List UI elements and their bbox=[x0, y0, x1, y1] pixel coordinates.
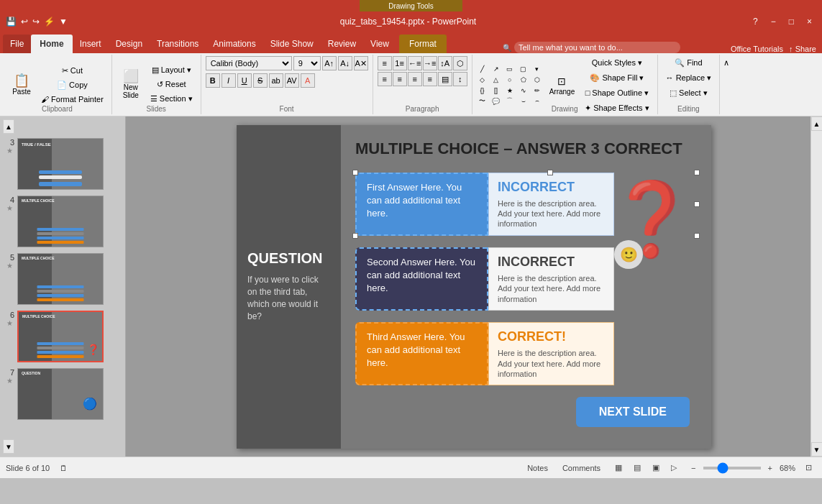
new-slide-button[interactable]: ⬜ NewSlide bbox=[117, 63, 145, 106]
next-slide-button[interactable]: NEXT SLIDE bbox=[576, 397, 690, 427]
font-name-select[interactable]: Calibri (Body) bbox=[206, 56, 292, 70]
shape-bracket[interactable]: {} bbox=[477, 86, 488, 95]
help-icon[interactable]: ? bbox=[749, 15, 762, 28]
italic-button[interactable]: I bbox=[222, 73, 236, 88]
shape-curve[interactable]: ∿ bbox=[518, 86, 529, 95]
font-size-decrease[interactable]: A↓ bbox=[338, 56, 352, 70]
shape-freeform[interactable]: ✏ bbox=[531, 86, 543, 95]
tab-design[interactable]: Design bbox=[109, 35, 150, 53]
strikethrough-button[interactable]: S bbox=[253, 73, 268, 88]
canvas-scroll-up[interactable]: ▲ bbox=[811, 116, 823, 131]
zoom-slider[interactable] bbox=[703, 467, 761, 469]
shape-circle[interactable]: ○ bbox=[504, 75, 516, 84]
maximize-btn[interactable]: □ bbox=[785, 15, 798, 28]
answer-block-3[interactable]: Third Answer Here. You can add additiona… bbox=[355, 322, 697, 385]
shape-star[interactable]: ★ bbox=[504, 86, 516, 95]
normal-view-btn[interactable]: ▦ bbox=[611, 462, 626, 474]
slide-notes-accessibility[interactable]: 🗒 bbox=[55, 462, 72, 474]
share-btn[interactable]: ↑ Share bbox=[789, 45, 816, 53]
shape-pentagon[interactable]: ⬠ bbox=[518, 75, 529, 84]
bullets-button[interactable]: ≡ bbox=[378, 56, 392, 70]
slide-thumb-4[interactable]: 4 ★ MULTIPLE CHOICE bbox=[3, 194, 122, 249]
shape-roundrect[interactable]: ▢ bbox=[518, 65, 529, 73]
slide-thumb-3[interactable]: 3 ★ TRUE / FALSE bbox=[3, 137, 122, 191]
replace-button[interactable]: ↔ Replace ▾ bbox=[662, 71, 715, 85]
tab-view[interactable]: View bbox=[363, 35, 396, 53]
shape-line[interactable]: ╱ bbox=[477, 65, 488, 73]
customize-icon[interactable]: ⚡ bbox=[44, 17, 55, 27]
minimize-btn[interactable]: − bbox=[767, 15, 780, 28]
slide-thumb-7[interactable]: 7 ★ QUESTION 🔵 bbox=[3, 367, 122, 421]
tab-home[interactable]: Home bbox=[31, 35, 72, 53]
shape-diamond[interactable]: ◇ bbox=[477, 75, 488, 84]
tell-me-input[interactable]: Tell me what you want to do... bbox=[514, 42, 680, 53]
shadow-button[interactable]: ab bbox=[269, 73, 283, 88]
scroll-down-btn[interactable]: ▼ bbox=[3, 439, 14, 454]
slide-thumb-6[interactable]: 6 ★ MULTIPLE CHOICE ❓ bbox=[3, 309, 122, 364]
shape-arrow[interactable]: ↗ bbox=[490, 65, 502, 73]
shape-more[interactable]: ▾ bbox=[531, 65, 543, 73]
shape-rect[interactable]: ▭ bbox=[504, 65, 516, 73]
shape-hex[interactable]: ⬡ bbox=[531, 75, 543, 84]
copy-button[interactable]: 📄 Copy bbox=[37, 78, 107, 92]
office-tutorials-btn[interactable]: Office Tutorials bbox=[731, 45, 783, 53]
tab-slideshow[interactable]: Slide Show bbox=[263, 35, 321, 53]
tab-review[interactable]: Review bbox=[321, 35, 363, 53]
tab-animations[interactable]: Animations bbox=[206, 35, 262, 53]
cut-button[interactable]: ✂ Cut bbox=[37, 64, 107, 78]
text-direction[interactable]: ↕A bbox=[438, 56, 452, 70]
slideshow-btn[interactable]: ▷ bbox=[667, 462, 681, 474]
line-spacing[interactable]: ↕ bbox=[453, 72, 467, 86]
convert-to-smartart[interactable]: ⬡ bbox=[453, 56, 467, 70]
reset-button[interactable]: ↺ Reset bbox=[147, 78, 196, 91]
layout-button[interactable]: ▤ Layout ▾ bbox=[147, 63, 196, 77]
columns[interactable]: ▤ bbox=[438, 72, 452, 86]
find-button[interactable]: 🔍 Find bbox=[671, 56, 705, 70]
notes-button[interactable]: Notes bbox=[523, 462, 552, 474]
tab-file[interactable]: File bbox=[3, 35, 31, 53]
font-size-select[interactable]: 9 bbox=[293, 56, 321, 70]
underline-button[interactable]: U bbox=[237, 73, 252, 88]
redo-icon[interactable]: ↪ bbox=[32, 17, 40, 27]
slide-thumbnail-5[interactable]: MULTIPLE CHOICE bbox=[17, 253, 104, 305]
undo-icon[interactable]: ↩ bbox=[21, 17, 28, 27]
shape-custom1[interactable]: ⌣ bbox=[518, 97, 529, 106]
slide-thumbnail-4[interactable]: MULTIPLE CHOICE bbox=[17, 196, 104, 247]
slide-thumbnail-3[interactable]: TRUE / FALSE bbox=[17, 138, 104, 190]
slide-canvas[interactable]: QUESTION If you were to click on the thi… bbox=[237, 125, 711, 449]
fit-window-btn[interactable]: ⊡ bbox=[801, 462, 816, 474]
bold-button[interactable]: B bbox=[206, 73, 220, 88]
save-icon[interactable]: 💾 bbox=[6, 17, 17, 27]
shape-ribbon[interactable]: ⌒ bbox=[504, 97, 516, 106]
tab-insert[interactable]: Insert bbox=[73, 35, 109, 53]
font-size-increase[interactable]: A↑ bbox=[322, 56, 337, 70]
scroll-up-btn[interactable]: ▲ bbox=[3, 119, 14, 134]
numbering-button[interactable]: 1≡ bbox=[393, 56, 407, 70]
tab-transitions[interactable]: Transitions bbox=[150, 35, 206, 53]
shape-triangle[interactable]: △ bbox=[490, 75, 502, 84]
comments-button[interactable]: Comments bbox=[558, 462, 605, 474]
shape-wave[interactable]: 〜 bbox=[477, 97, 488, 106]
slide-thumbnail-7[interactable]: QUESTION 🔵 bbox=[17, 368, 104, 420]
slide-thumbnail-6[interactable]: MULTIPLE CHOICE ❓ bbox=[17, 311, 104, 362]
clear-formatting[interactable]: A✕ bbox=[354, 56, 368, 70]
shape-brace[interactable]: [] bbox=[490, 86, 502, 95]
shape-fill-button[interactable]: 🎨 Shape Fill ▾ bbox=[581, 71, 652, 85]
select-button[interactable]: ⬚ Select ▾ bbox=[666, 86, 711, 100]
zoom-in-btn[interactable]: + bbox=[764, 462, 777, 474]
dropdown-icon[interactable]: ▼ bbox=[59, 17, 68, 27]
section-button[interactable]: ☰ Section ▾ bbox=[147, 92, 196, 106]
slide-sorter-btn[interactable]: ▤ bbox=[629, 462, 645, 474]
canvas-scroll-down[interactable]: ▼ bbox=[811, 442, 823, 457]
quick-styles-button[interactable]: Quick Styles ▾ bbox=[581, 56, 652, 70]
align-center[interactable]: ≡ bbox=[393, 72, 407, 86]
format-painter-button[interactable]: 🖌 Format Painter bbox=[37, 93, 107, 106]
arrange-button[interactable]: ⊡ Arrange bbox=[546, 64, 579, 107]
shape-callout[interactable]: 💬 bbox=[490, 97, 502, 106]
font-color-button[interactable]: A bbox=[301, 73, 315, 88]
align-right[interactable]: ≡ bbox=[408, 72, 422, 86]
shape-outline-button[interactable]: □ Shape Outline ▾ bbox=[581, 86, 652, 100]
close-btn[interactable]: × bbox=[803, 15, 816, 28]
align-left[interactable]: ≡ bbox=[378, 72, 392, 86]
reading-view-btn[interactable]: ▣ bbox=[648, 462, 664, 474]
